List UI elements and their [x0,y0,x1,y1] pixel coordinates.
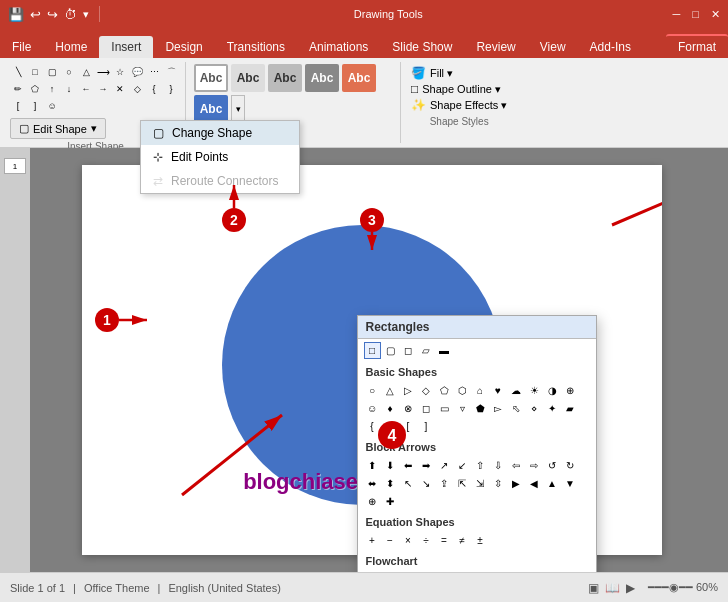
ba-2[interactable]: ⬇ [382,457,399,474]
tab-transitions[interactable]: Transitions [215,36,297,58]
bs-12[interactable]: ⊕ [562,382,579,399]
fc-7[interactable]: ⊳ [472,571,489,572]
bs-2[interactable]: △ [382,382,399,399]
fc-8[interactable]: ⊠ [490,571,507,572]
rect-3[interactable]: ◻ [400,342,417,359]
bs-14[interactable]: ♦ [382,400,399,417]
tab-insert[interactable]: Insert [99,36,153,58]
shape-callout[interactable]: 💬 [129,64,145,80]
fc-1[interactable]: □ [364,571,381,572]
ba-15[interactable]: ↖ [400,475,417,492]
bs-24[interactable]: ▰ [562,400,579,417]
more-styles-btn[interactable]: ▾ [231,95,245,123]
ba-1[interactable]: ⬆ [364,457,381,474]
eq-7[interactable]: ± [472,532,489,549]
shape-curve[interactable]: ⌒ [163,64,179,80]
edit-shape-button[interactable]: ▢ Edit Shape ▾ [10,118,106,139]
shape-diamond[interactable]: ◇ [129,81,145,97]
eq-3[interactable]: × [400,532,417,549]
shape-down-arrow[interactable]: ↓ [61,81,77,97]
bs-9[interactable]: ☁ [508,382,525,399]
close-icon[interactable]: ✕ [711,8,720,21]
change-shape-item[interactable]: ▢ Change Shape [141,121,299,145]
ba-24[interactable]: ▼ [562,475,579,492]
save-icon[interactable]: 💾 [8,7,24,22]
eq-2[interactable]: − [382,532,399,549]
ba-10[interactable]: ⇨ [526,457,543,474]
shape-bracket-r[interactable]: ] [27,98,43,114]
fc-10[interactable]: △ [526,571,543,572]
ba-13[interactable]: ⬌ [364,475,381,492]
shape-line[interactable]: ╲ [10,64,26,80]
tab-home[interactable]: Home [43,36,99,58]
rect-2[interactable]: ▢ [382,342,399,359]
bs-20[interactable]: ▻ [490,400,507,417]
bs-1[interactable]: ○ [364,382,381,399]
bs-21[interactable]: ⬁ [508,400,525,417]
shape-circle[interactable]: ○ [61,64,77,80]
ba-3[interactable]: ⬅ [400,457,417,474]
shape-up-arrow[interactable]: ↑ [44,81,60,97]
bs-26[interactable]: } [382,418,399,435]
shape-bracket-l[interactable]: [ [10,98,26,114]
bs-3[interactable]: ▷ [400,382,417,399]
slide-canvas[interactable]: Rectangles □ ▢ ◻ ▱ ▬ Basic Shapes ○ △ ▷ … [82,165,662,555]
rect-4[interactable]: ▱ [418,342,435,359]
ba-20[interactable]: ⇳ [490,475,507,492]
ba-8[interactable]: ⇩ [490,457,507,474]
tab-animations[interactable]: Animations [297,36,380,58]
shape-star[interactable]: ☆ [112,64,128,80]
fc-5[interactable]: ▭ [436,571,453,572]
shape-brace-r[interactable]: } [163,81,179,97]
swatch-2[interactable]: Abc [231,64,265,92]
shape-left-arrow[interactable]: ← [78,81,94,97]
shape-triangle[interactable]: △ [78,64,94,80]
ba-6[interactable]: ↙ [454,457,471,474]
eq-1[interactable]: + [364,532,381,549]
undo-icon[interactable]: ↩ [30,7,41,22]
bs-18[interactable]: ▿ [454,400,471,417]
bs-5[interactable]: ⬠ [436,382,453,399]
ba-5[interactable]: ↗ [436,457,453,474]
tab-addins[interactable]: Add-Ins [578,36,643,58]
timer-icon[interactable]: ⏱ [64,7,77,22]
bs-25[interactable]: { [364,418,381,435]
fc-11[interactable]: ▽ [544,571,561,572]
ba-26[interactable]: ✚ [382,493,399,510]
shape-freeform[interactable]: ✏ [10,81,26,97]
tab-format[interactable]: Format [666,34,728,58]
bs-13[interactable]: ☺ [364,400,381,417]
more-icon[interactable]: ▾ [83,8,89,21]
ba-22[interactable]: ◀ [526,475,543,492]
shape-poly[interactable]: ⬠ [27,81,43,97]
fc-3[interactable]: ○ [400,571,417,572]
fc-12[interactable]: ⬡ [562,571,579,572]
bs-19[interactable]: ⬟ [472,400,489,417]
ba-16[interactable]: ↘ [418,475,435,492]
ba-11[interactable]: ↺ [544,457,561,474]
effects-btn[interactable]: ✨ Shape Effects ▾ [411,98,507,112]
bs-28[interactable]: ] [418,418,435,435]
tab-review[interactable]: Review [464,36,527,58]
shape-rect[interactable]: □ [27,64,43,80]
minimize-icon[interactable]: ─ [673,8,681,20]
shape-smiley[interactable]: ☺ [44,98,60,114]
ba-4[interactable]: ➡ [418,457,435,474]
tab-design[interactable]: Design [153,36,214,58]
bs-6[interactable]: ⬡ [454,382,471,399]
bs-8[interactable]: ♥ [490,382,507,399]
bs-4[interactable]: ◇ [418,382,435,399]
swatch-1[interactable]: Abc [194,64,228,92]
swatch-3[interactable]: Abc [268,64,302,92]
bs-10[interactable]: ☀ [526,382,543,399]
view-slideshow-icon[interactable]: ▶ [626,581,635,595]
swatch-5[interactable]: Abc [342,64,376,92]
fc-2[interactable]: ◇ [382,571,399,572]
shape-x[interactable]: ✕ [112,81,128,97]
shape-brace-l[interactable]: { [146,81,162,97]
eq-6[interactable]: ≠ [454,532,471,549]
ba-12[interactable]: ↻ [562,457,579,474]
outline-btn[interactable]: □ Shape Outline ▾ [411,82,507,96]
fc-4[interactable]: ▱ [418,571,435,572]
eq-4[interactable]: ÷ [418,532,435,549]
